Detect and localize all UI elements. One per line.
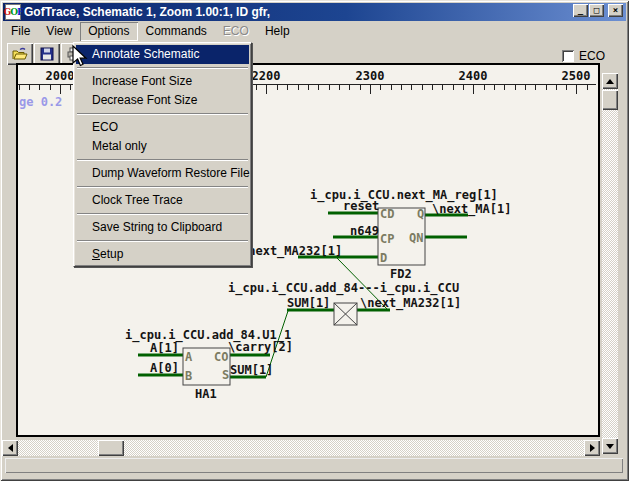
menu-item-save-string-to-clipboard[interactable]: Save String to Clipboard [76,218,249,237]
menu-item-eco[interactable]: ECO [76,118,249,137]
net-label: A[0] [150,362,179,374]
app-icon-letter: O [10,7,17,17]
eco-checkbox-box[interactable] [562,50,574,62]
vertical-scrollbar[interactable] [602,73,618,454]
left-arrow-icon [4,444,13,452]
net-label: \carry[2] [228,341,293,353]
hscroll-thumb[interactable] [98,440,124,456]
net-label: \next_MA232[1] [360,297,461,309]
net-label: A[1] [150,342,179,354]
net-label: n649 [350,225,379,237]
pin-label: B [185,370,192,382]
net-label: \next_MA[1] [432,203,511,215]
menu-separator [77,186,248,188]
right-arrow-icon [590,444,599,452]
menu-item-increase-font-size[interactable]: Increase Font Size [76,72,249,91]
pin-label: QN [409,232,423,244]
menu-item-metal-only[interactable]: Metal only [76,137,249,156]
pin-label: S [222,369,229,381]
up-arrow-icon [606,75,614,84]
page-label: ge 0.2 [19,95,62,109]
menubar-item-help[interactable]: Help [257,22,298,41]
pin-label: CO [214,351,228,363]
vscroll-track[interactable] [602,73,618,454]
pin-label: CD [380,208,394,220]
instance-label: HA1 [195,388,217,400]
pin-label: Q [417,208,424,220]
menubar-item-commands[interactable]: Commands [138,22,215,41]
scroll-right-button[interactable] [584,440,600,456]
menu-item-setup[interactable]: Setup [76,245,249,264]
net-label: \next_MA232[1] [241,245,342,257]
options-menu: Annotate SchematicIncrease Font SizeDecr… [73,42,252,267]
maximize-button[interactable]: □ [589,4,604,17]
menubar-item-view[interactable]: View [38,22,80,41]
status-bar [5,458,623,473]
horizontal-scrollbar[interactable] [2,440,600,456]
down-arrow-icon [606,444,614,453]
menu-separator [77,113,248,115]
menubar-item-file[interactable]: File [3,22,38,41]
menu-item-clock-tree-trace[interactable]: Clock Tree Trace [76,191,249,210]
menu-item-annotate-schematic[interactable]: Annotate Schematic [76,45,249,64]
menu-separator [77,67,248,69]
pin-label: D [380,252,387,264]
instance-label: FD2 [390,268,412,280]
save-floppy-icon [39,46,55,62]
eco-checkbox-label: ECO [579,49,605,63]
net-label: i_cpu.i_CCU.add_84---i_cpu.i_CCU [228,282,459,294]
app-icon-letter: F [17,7,22,17]
net-label: i_cpu.i_CCU.next_MA_reg[1] [310,189,498,201]
window-title: GofTrace, Schematic 1, Zoom 1.00:1, ID g… [24,5,270,19]
menubar-item-options[interactable]: Options [80,22,137,41]
pin-label: A [185,351,192,363]
app-icon-letter: G [4,7,11,17]
menu-item-decrease-font-size[interactable]: Decrease Font Size [76,91,249,110]
menu-separator [77,159,248,161]
menu-item-dump-waveform-restore-file[interactable]: Dump Waveform Restore File [76,164,249,183]
mouse-cursor-icon [72,45,88,69]
app-window: GOF GofTrace, Schematic 1, Zoom 1.00:1, … [0,0,629,481]
hscroll-track[interactable] [2,440,600,456]
open-folder-icon [11,46,29,62]
menu-separator [77,240,248,242]
net-label: SUM[1] [287,297,330,309]
pin-label: CP [380,233,394,245]
title-bar[interactable]: GOF GofTrace, Schematic 1, Zoom 1.00:1, … [3,3,626,21]
net-label: reset [343,200,379,212]
menu-bar: FileViewOptionsCommandsECOHelp [3,22,626,41]
menubar-item-eco: ECO [215,22,257,41]
open-button[interactable] [7,43,33,65]
minimize-button[interactable]: _ [573,4,588,17]
scroll-left-button[interactable] [2,440,18,456]
net-label: SUM[1] [230,364,273,376]
vscroll-thumb[interactable] [602,90,618,110]
eco-checkbox[interactable]: ECO [562,49,605,63]
save-button[interactable] [34,43,60,65]
close-button[interactable]: × [608,4,623,17]
scroll-up-button[interactable] [602,73,618,89]
menu-separator [77,213,248,215]
app-icon: GOF [5,4,21,20]
scroll-down-button[interactable] [602,438,618,454]
